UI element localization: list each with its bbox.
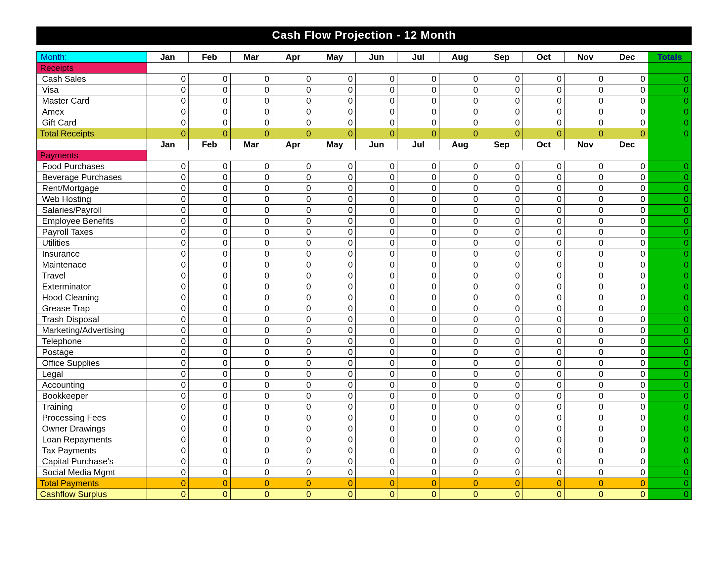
cell[interactable]: 0 — [439, 106, 481, 117]
cell[interactable]: 0 — [314, 259, 356, 270]
cell[interactable]: 0 — [356, 237, 397, 248]
cell[interactable]: 0 — [397, 467, 439, 478]
cell[interactable]: 0 — [606, 336, 648, 347]
cell[interactable]: 0 — [397, 401, 439, 412]
cell[interactable]: 0 — [481, 84, 523, 95]
cell[interactable]: 0 — [230, 369, 272, 380]
cell[interactable]: 0 — [189, 401, 230, 412]
cell[interactable]: 0 — [481, 412, 523, 423]
cell[interactable]: 0 — [147, 161, 189, 172]
cell[interactable]: 0 — [606, 303, 648, 314]
cell[interactable]: 0 — [356, 314, 397, 325]
cell[interactable]: 0 — [565, 248, 606, 259]
cell[interactable]: 0 — [314, 161, 356, 172]
cell[interactable]: 0 — [481, 215, 523, 226]
cell[interactable]: 0 — [356, 423, 397, 434]
cell[interactable]: 0 — [439, 303, 481, 314]
cell[interactable]: 0 — [397, 172, 439, 183]
cell[interactable]: 0 — [397, 84, 439, 95]
cell[interactable]: 0 — [356, 467, 397, 478]
cell[interactable]: 0 — [397, 391, 439, 401]
cell[interactable]: 0 — [356, 445, 397, 456]
cell[interactable]: 0 — [230, 226, 272, 237]
cell[interactable]: 0 — [565, 259, 606, 270]
cell[interactable]: 0 — [606, 347, 648, 358]
cell[interactable]: 0 — [272, 303, 314, 314]
cell[interactable]: 0 — [356, 270, 397, 281]
cell[interactable]: 0 — [314, 194, 356, 205]
cell[interactable]: 0 — [230, 172, 272, 183]
cell[interactable]: 0 — [147, 380, 189, 391]
cell[interactable]: 0 — [147, 412, 189, 423]
cell[interactable]: 0 — [606, 172, 648, 183]
cell[interactable]: 0 — [147, 194, 189, 205]
cell[interactable]: 0 — [147, 183, 189, 194]
cell[interactable]: 0 — [606, 248, 648, 259]
cell[interactable]: 0 — [523, 106, 565, 117]
cell[interactable]: 0 — [147, 401, 189, 412]
cell[interactable]: 0 — [606, 259, 648, 270]
cell[interactable]: 0 — [189, 347, 230, 358]
cell[interactable]: 0 — [272, 183, 314, 194]
cell[interactable]: 0 — [439, 117, 481, 128]
cell[interactable]: 0 — [439, 325, 481, 336]
cell[interactable]: 0 — [523, 412, 565, 423]
cell[interactable]: 0 — [230, 106, 272, 117]
cell[interactable]: 0 — [314, 445, 356, 456]
cell[interactable]: 0 — [565, 215, 606, 226]
cell[interactable]: 0 — [523, 205, 565, 215]
cell[interactable]: 0 — [397, 423, 439, 434]
cell[interactable]: 0 — [230, 248, 272, 259]
cell[interactable]: 0 — [272, 445, 314, 456]
cell[interactable]: 0 — [314, 347, 356, 358]
cell[interactable]: 0 — [189, 161, 230, 172]
cell[interactable]: 0 — [356, 401, 397, 412]
cell[interactable]: 0 — [272, 205, 314, 215]
cell[interactable]: 0 — [565, 401, 606, 412]
cell[interactable]: 0 — [230, 117, 272, 128]
cell[interactable]: 0 — [606, 73, 648, 84]
cell[interactable]: 0 — [606, 412, 648, 423]
cell[interactable]: 0 — [230, 84, 272, 95]
cell[interactable]: 0 — [523, 73, 565, 84]
cell[interactable]: 0 — [147, 292, 189, 303]
cell[interactable]: 0 — [565, 194, 606, 205]
cell[interactable]: 0 — [314, 95, 356, 106]
cell[interactable]: 0 — [356, 325, 397, 336]
cell[interactable]: 0 — [481, 205, 523, 215]
cell[interactable]: 0 — [189, 456, 230, 467]
cell[interactable]: 0 — [230, 292, 272, 303]
cell[interactable]: 0 — [397, 248, 439, 259]
cell[interactable]: 0 — [272, 194, 314, 205]
cell[interactable]: 0 — [606, 467, 648, 478]
cell[interactable]: 0 — [356, 391, 397, 401]
cell[interactable]: 0 — [356, 161, 397, 172]
cell[interactable]: 0 — [523, 172, 565, 183]
cell[interactable]: 0 — [147, 456, 189, 467]
cell[interactable]: 0 — [230, 205, 272, 215]
cell[interactable]: 0 — [606, 106, 648, 117]
cell[interactable]: 0 — [565, 84, 606, 95]
cell[interactable]: 0 — [606, 161, 648, 172]
cell[interactable]: 0 — [189, 226, 230, 237]
cell[interactable]: 0 — [523, 292, 565, 303]
cell[interactable]: 0 — [439, 423, 481, 434]
cell[interactable]: 0 — [606, 95, 648, 106]
cell[interactable]: 0 — [606, 194, 648, 205]
cell[interactable]: 0 — [397, 314, 439, 325]
cell[interactable]: 0 — [523, 259, 565, 270]
cell[interactable]: 0 — [606, 117, 648, 128]
cell[interactable]: 0 — [314, 281, 356, 292]
cell[interactable]: 0 — [356, 358, 397, 369]
cell[interactable]: 0 — [314, 237, 356, 248]
cell[interactable]: 0 — [481, 391, 523, 401]
cell[interactable]: 0 — [439, 336, 481, 347]
cell[interactable]: 0 — [481, 380, 523, 391]
cell[interactable]: 0 — [565, 281, 606, 292]
cell[interactable]: 0 — [523, 270, 565, 281]
cell[interactable]: 0 — [397, 226, 439, 237]
cell[interactable]: 0 — [439, 467, 481, 478]
cell[interactable]: 0 — [606, 369, 648, 380]
cell[interactable]: 0 — [356, 369, 397, 380]
cell[interactable]: 0 — [147, 358, 189, 369]
